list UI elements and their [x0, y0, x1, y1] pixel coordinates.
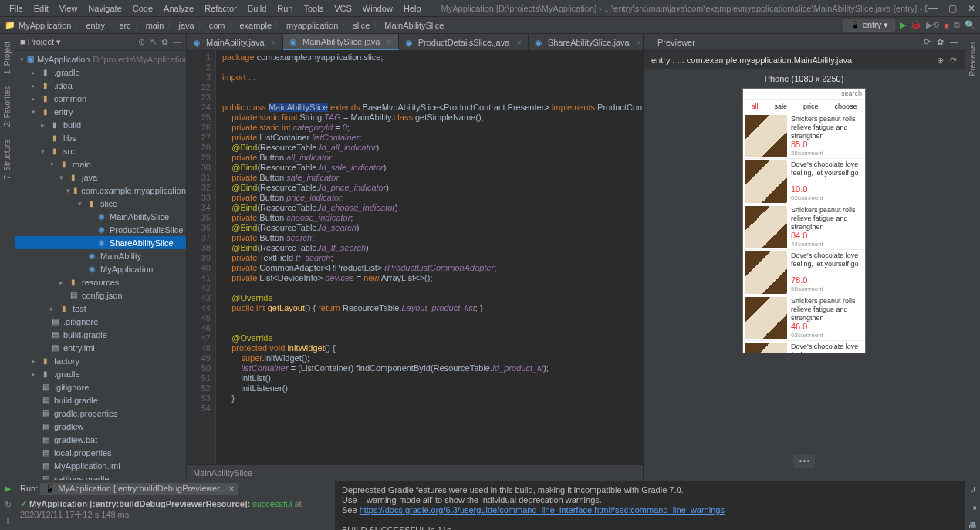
tree-node[interactable]: ▤gradlew	[15, 420, 186, 433]
menu-tools[interactable]: Tools	[299, 2, 328, 15]
window-close-icon[interactable]: ✕	[968, 3, 975, 14]
editor-tab[interactable]: ◉ProductDetailsSlice.java×	[399, 34, 529, 50]
menu-code[interactable]: Code	[128, 2, 157, 15]
tree-node[interactable]: ▸▮.gradle	[15, 66, 186, 79]
menu-file[interactable]: File	[5, 2, 28, 15]
structure-tool-window-tab[interactable]: 7: Structure	[2, 135, 13, 184]
task-status-icon: ✔	[20, 499, 27, 508]
tree-node[interactable]: ▤.gitignore	[15, 315, 186, 328]
phone-search-field: search	[743, 89, 865, 100]
run-stop-icon[interactable]: ↻	[5, 500, 12, 510]
menu-help[interactable]: Help	[399, 2, 426, 15]
previewer-hide-icon[interactable]: —	[950, 37, 958, 47]
tree-node[interactable]: ◉MainAbility	[15, 249, 186, 262]
run-output[interactable]: Deprecated Gradle features were used in …	[336, 481, 965, 530]
close-icon[interactable]: ×	[637, 38, 641, 47]
tree-node[interactable]: ▾▮slice	[15, 197, 186, 210]
tree-node[interactable]: ◉ProductDetailsSlice	[15, 223, 186, 236]
tree-node[interactable]: ▾▮src	[15, 144, 186, 157]
rerun-icon[interactable]: ▶	[5, 484, 11, 494]
run-config-selector[interactable]: 📱 entry ▾	[843, 19, 896, 32]
tree-node[interactable]: ▤build.gradle	[15, 328, 186, 341]
tree-node[interactable]: ▸▮common	[15, 92, 186, 105]
stop-button[interactable]: ■	[944, 21, 949, 30]
editor-breadcrumb[interactable]: MainAbilitySlice	[193, 468, 252, 478]
tree-node[interactable]: ▤gradlew.bat	[15, 433, 186, 446]
previewer-entry-label: entry : ... com.example.myapplication.Ma…	[651, 56, 852, 65]
debug-button[interactable]: 🐞	[911, 20, 921, 30]
refresh-icon[interactable]: ⟳	[924, 37, 931, 47]
breadcrumb[interactable]: 📁MyApplication〉entry〉src〉main〉java〉com〉e…	[5, 19, 444, 31]
scroll-to-end-icon[interactable]: ⇥	[969, 503, 976, 513]
project-panel-title: ■ Project ▾	[20, 37, 138, 47]
previewer-tool-window-tab[interactable]: Previewer	[967, 37, 978, 80]
tree-node[interactable]: ◉ShareAbilitySlice	[15, 236, 186, 249]
tree-node[interactable]: ▸▮factory	[15, 354, 186, 367]
tree-node[interactable]: ▸▮test	[15, 302, 186, 315]
tree-node[interactable]: ▾▮main	[15, 157, 186, 170]
editor-tab[interactable]: ◉MainAbilitySlice.java×	[283, 34, 399, 50]
soft-wrap-icon[interactable]: ↲	[969, 485, 976, 495]
run-button[interactable]: ▶	[900, 20, 906, 30]
previewer-zoom-icon[interactable]: ⊕	[937, 56, 944, 66]
tree-node[interactable]: ▤.gitignore	[15, 380, 186, 393]
menu-refactor[interactable]: Refactor	[200, 2, 242, 15]
project-gear-icon[interactable]: ✿	[161, 37, 168, 47]
tree-node[interactable]: ▤gradle.properties	[15, 407, 186, 420]
close-icon[interactable]: ×	[272, 38, 276, 47]
search-everywhere-icon[interactable]: 🔍	[965, 20, 975, 30]
phone-model-label: Phone (1080 x 2250)	[765, 74, 844, 83]
tree-node[interactable]: ▾▮com.example.myapplication	[15, 184, 186, 197]
project-settings-icon[interactable]: ⊕	[138, 37, 145, 47]
previewer-panel: Previewer ⟳ ✿ — entry : ... com.example.…	[643, 34, 965, 480]
project-panel: ■ Project ▾ ⊕ ⇱ ✿ — ▾▣MyApplication D:\p…	[15, 34, 187, 480]
tree-node[interactable]: ◉MainAbilitySlice	[15, 210, 186, 223]
coverage-button[interactable]: ▶⟲	[926, 20, 939, 30]
tree-node[interactable]: ▤config.json	[15, 289, 186, 302]
tree-node[interactable]: ▤MyApplication.iml	[15, 459, 186, 472]
project-hide-icon[interactable]: —	[173, 37, 181, 47]
menu-view[interactable]: View	[55, 2, 83, 15]
tree-node[interactable]: ▤entry.iml	[15, 341, 186, 354]
window-minimize-icon[interactable]: —	[928, 3, 938, 14]
tree-node[interactable]: ▸▮.gradle	[15, 367, 186, 380]
project-collapse-icon[interactable]: ⇱	[150, 37, 157, 47]
tree-node[interactable]: ▤local.properties	[15, 446, 186, 459]
previewer-tab[interactable]: Previewer	[650, 35, 703, 49]
window-maximize-icon[interactable]: ▢	[948, 3, 957, 14]
tree-node[interactable]: ▾▮java	[15, 170, 186, 184]
favorites-tool-window-tab[interactable]: 2: Favorites	[2, 82, 13, 131]
tree-node[interactable]: ▤build.gradle	[15, 393, 186, 407]
code-editor[interactable]: package com.example.myapplication.slice;…	[216, 51, 643, 464]
structure-icon[interactable]: ⧉	[954, 20, 960, 30]
tree-node[interactable]: ▮libs	[15, 131, 186, 144]
run-label: Run:	[20, 484, 38, 493]
previewer-settings-icon[interactable]: ✿	[937, 37, 944, 47]
run-down-icon[interactable]: ⇩	[5, 516, 12, 526]
tree-node[interactable]: ◉MyApplication	[15, 262, 186, 275]
project-tool-window-tab[interactable]: 1: Project	[2, 37, 13, 79]
tree-node[interactable]: ▸▮build	[15, 118, 186, 131]
menu-build[interactable]: Build	[243, 2, 271, 15]
window-title: MyApplication [D:\projects\MyApplication…	[441, 4, 928, 13]
close-icon[interactable]: ×	[387, 37, 391, 46]
menu-edit[interactable]: Edit	[29, 2, 53, 15]
previewer-refresh-icon[interactable]: ⟳	[950, 56, 957, 66]
editor-tab[interactable]: ◉ShareAbilitySlice.java×	[529, 34, 643, 50]
tree-node[interactable]: ▸▮.idea	[15, 79, 186, 92]
menu-run[interactable]: Run	[272, 2, 297, 15]
tree-node[interactable]: ▾▣MyApplication D:\projects\MyApplicatio…	[15, 52, 186, 66]
menu-vcs[interactable]: VCS	[329, 2, 357, 15]
print-icon[interactable]: 🖶	[968, 521, 977, 530]
menu-analyze[interactable]: Analyze	[159, 2, 198, 15]
tree-node[interactable]: ▸▮resources	[15, 275, 186, 289]
run-tree-tab[interactable]: 📱 MyApplication [:entry:buildDebugPrevie…	[40, 483, 238, 495]
tree-node[interactable]: ▾▮entry	[15, 105, 186, 118]
menu-navigate[interactable]: Navigate	[83, 2, 126, 15]
close-icon[interactable]: ×	[516, 38, 521, 47]
editor-tab[interactable]: ◉MainAbility.java×	[187, 34, 283, 50]
tree-node[interactable]: ▤settings.gradle	[15, 472, 186, 480]
phone-preview: search allsalepricechoose Snickers peanu…	[742, 88, 866, 353]
menu-window[interactable]: Window	[358, 2, 397, 15]
previewer-more-icon[interactable]	[793, 454, 815, 468]
